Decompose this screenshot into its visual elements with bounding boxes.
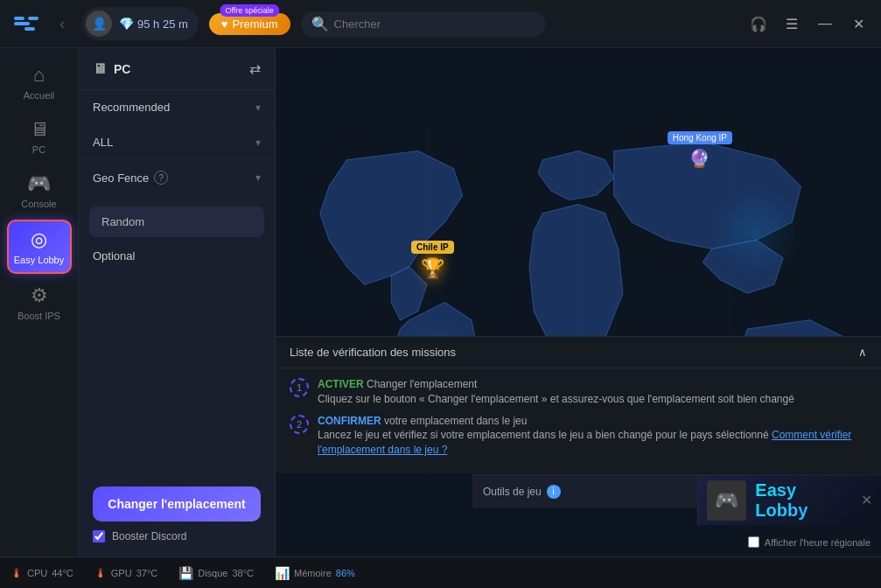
topbar-actions: 🎧 ☰ — ✕ [746,11,871,36]
recommended-section[interactable]: Recommended ▾ [79,90,275,125]
sidebar-item-console[interactable]: 🎮 Console [7,165,72,216]
svg-rect-1 [14,22,30,25]
memory-value: 86% [336,568,355,578]
change-location-button[interactable]: Changer l'emplacement [93,486,261,522]
hk-pin[interactable]: Hong Kong IP 🔮 [668,131,732,169]
step-1-number: 1 [290,378,309,397]
svg-rect-0 [14,17,24,20]
geo-fence-chevron: ▾ [255,172,261,184]
back-button[interactable]: ‹ [52,11,72,37]
chile-pin-icon: 🏆 [421,257,444,280]
topbar: ‹ 👤 💎 95 h 25 m Offre spéciale ♥ Premium… [0,0,881,48]
svg-rect-2 [28,17,38,20]
tools-label: Outils de jeu [483,486,542,498]
home-icon: ⌂ [33,64,45,87]
minimize-icon[interactable]: — [813,11,837,36]
status-bar: 🌡 CPU 44°C 🌡 GPU 37°C 💾 Disque 38°C 📊 Mé… [0,556,881,588]
step-2-desc: Lancez le jeu et vérifiez si votre empla… [318,429,769,441]
cpu-label: CPU [27,568,47,578]
search-icon: 🔍 [311,16,329,32]
all-section[interactable]: ALL ▾ [79,125,275,160]
search-bar[interactable]: 🔍 [301,11,546,37]
svg-point-12 [712,186,801,276]
step-2-desc-prefix: votre emplacement dans le jeu [384,415,527,427]
easy-lobby-icon: ◎ [31,228,47,251]
close-icon[interactable]: ✕ [846,11,871,36]
mission-step-1: 1 ACTIVER Changer l'emplacement Cliquez … [290,377,867,407]
console-icon: 🎮 [27,172,51,195]
panel-header: 🖥 PC ⇄ [79,48,275,90]
step-2-text: CONFIRMER votre emplacement dans le jeu … [318,414,867,458]
profile-area: 👤 💎 95 h 25 m [82,7,199,40]
left-panel: 🖥 PC ⇄ Recommended ▾ ALL ▾ Geo Fence ? ▾ [79,48,276,556]
tools-section: Outils de jeu i [472,474,697,508]
premium-button[interactable]: Offre spéciale ♥ Premium [209,13,290,35]
memory-label: Mémoire [294,568,332,578]
booster-checkbox[interactable]: Booster Discord [93,530,261,542]
step-2-highlight: CONFIRMER [318,415,381,427]
game-thumbnail: 🎮 [707,480,746,521]
chile-pin[interactable]: Chile IP 🏆 [411,241,454,280]
status-gpu: 🌡 GPU 37°C [94,566,157,580]
disk-label: Disque [198,568,227,578]
mission-title: Liste de vérification des missions [290,346,456,359]
step-2-number: 2 [290,415,309,434]
premium-heart-icon: ♥ [221,18,228,31]
regional-time[interactable]: Afficher l'heure régionale [748,536,871,548]
sidebar-item-easy-lobby[interactable]: ◎ Easy Lobby [7,220,72,274]
cpu-icon: 🌡 [10,566,23,580]
optional-label: Optional [93,249,135,262]
sidebar-label-accueil: Accueil [24,90,54,101]
regional-time-checkbox[interactable] [748,536,759,548]
mission-steps: 1 ACTIVER Changer l'emplacement Cliquez … [276,368,881,473]
main-layout: ⌂ Accueil 🖥 PC 🎮 Console ◎ Easy Lobby ⚙ … [0,48,881,556]
menu-icon[interactable]: ☰ [780,11,804,36]
xp-value: 95 h 25 m [137,18,188,31]
step-1-highlight: ACTIVER [318,378,364,390]
support-icon[interactable]: 🎧 [746,11,771,36]
cpu-value: 44°C [52,568,73,578]
sidebar-label-easy-lobby: Easy Lobby [14,255,64,265]
random-label: Random [101,215,144,228]
panel-footer: Changer l'emplacement Booster Discord [79,472,275,556]
mission-header[interactable]: Liste de vérification des missions ∧ [276,337,881,368]
boost-icon: ⚙ [31,284,48,307]
all-label: ALL [93,136,113,149]
hk-pin-icon: 🔮 [689,148,710,169]
gpu-icon: 🌡 [94,566,107,580]
sidebar-item-pc[interactable]: 🖥 PC [7,111,72,162]
recommended-chevron: ▾ [255,102,261,114]
booster-discord-checkbox[interactable] [93,530,105,542]
sidebar-item-accueil[interactable]: ⌂ Accueil [7,57,72,108]
promo-close-icon[interactable]: ✕ [861,492,872,508]
optional-section[interactable]: Optional [79,241,275,271]
status-memory: 📊 Mémoire 86% [275,566,355,580]
mission-panel: Liste de vérification des missions ∧ 1 A… [276,336,881,473]
all-chevron: ▾ [255,136,261,149]
refresh-icon[interactable]: ⇄ [249,60,261,77]
sidebar-item-boost-ips[interactable]: ⚙ Boost IPS [7,277,72,328]
diamond-icon: 💎 [119,17,134,31]
booster-label: Booster Discord [112,530,186,542]
step-1-text: ACTIVER Changer l'emplacement Cliquez su… [318,377,794,407]
content-area: 🖥 PC ⇄ Recommended ▾ ALL ▾ Geo Fence ? ▾ [79,48,881,556]
gpu-label: GPU [111,568,132,578]
easy-lobby-promo-text: Easy Lobby [755,480,852,521]
panel-title-text: PC [114,62,130,76]
tools-info-icon[interactable]: i [547,485,561,499]
geo-fence-section[interactable]: Geo Fence ? ▾ [79,160,275,196]
easy-lobby-promo: 🎮 Easy Lobby ✕ [697,474,881,525]
search-input[interactable] [334,18,535,31]
change-location-label: Changer l'emplacement [108,497,245,511]
map-area: Chile IP 🏆 Hong Kong IP 🔮 Afficher l'heu… [276,48,881,556]
status-cpu: 🌡 CPU 44°C [10,566,73,580]
random-button[interactable]: Random [89,206,264,237]
monitor-icon: 🖥 [93,61,107,77]
gpu-value: 37°C [136,568,158,578]
chile-pin-label: Chile IP [411,241,454,254]
step-1-action: Changer l'emplacement [367,378,477,390]
disk-icon: 💾 [178,566,193,580]
geo-fence-help-icon[interactable]: ? [154,171,168,185]
svg-rect-3 [24,27,35,31]
offre-badge: Offre spéciale [220,4,279,17]
